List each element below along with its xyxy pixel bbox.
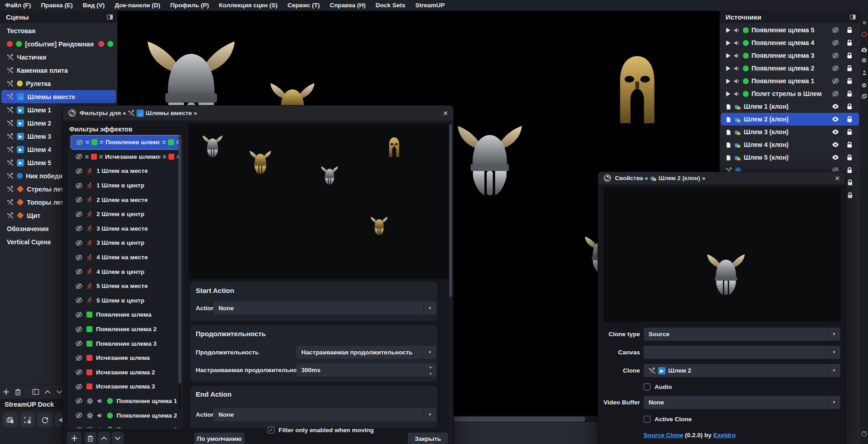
spin-down-button[interactable]: ▼	[425, 370, 436, 377]
scene-item[interactable]: Частички	[1, 50, 116, 64]
eye-off-icon[interactable]	[832, 40, 839, 46]
filter-item[interactable]: 1 Шлем в центр	[71, 178, 181, 193]
filter-item[interactable]: 4 Шлем на месте	[71, 250, 181, 265]
menu-item[interactable]: StreamUP	[410, 0, 450, 11]
properties-dialog-titlebar[interactable]: Свойства « Шлем 2 (клон)» ×	[598, 172, 845, 184]
lock-icon[interactable]	[847, 40, 853, 46]
eye-off-icon[interactable]	[75, 412, 83, 419]
filter-item[interactable]: 2 Шлем в центр	[71, 207, 181, 222]
eye-off-icon[interactable]	[832, 78, 839, 84]
lock-icon[interactable]	[847, 116, 853, 123]
video-buffer-select[interactable]: None ▼	[644, 396, 840, 409]
end-action-select[interactable]: None ▼	[213, 408, 436, 421]
trash-button[interactable]	[12, 388, 24, 395]
source-item[interactable]: Появление щлема 1	[721, 75, 859, 87]
filter-item[interactable]: Появление щлема 3	[71, 423, 181, 429]
add-filter-button[interactable]	[67, 432, 81, 444]
checkbox[interactable]: ✓	[268, 427, 274, 434]
filter-item[interactable]: Исчезание шлема 2	[71, 365, 181, 380]
source-item[interactable]: Шлем 5 (клон)	[721, 151, 859, 164]
move-filter-down-button[interactable]	[112, 432, 124, 444]
refresh-button[interactable]	[37, 413, 52, 427]
popout-icon[interactable]	[107, 15, 113, 20]
lock-icon[interactable]	[847, 154, 853, 161]
checkbox[interactable]	[644, 416, 650, 423]
source-item[interactable]: Появление щлема 5	[721, 24, 859, 36]
source-item[interactable]: Полет стрелы в Шлем	[721, 87, 859, 100]
canvas-select[interactable]: ▼	[644, 346, 840, 359]
filter-item[interactable]: 4 Шлем в центр	[71, 264, 181, 279]
plus-button[interactable]	[0, 388, 12, 395]
lock-icon[interactable]	[847, 52, 853, 59]
plugin-link[interactable]: Source Clone	[644, 432, 683, 439]
menu-item[interactable]: Сервис (T)	[283, 0, 325, 11]
scrollbar-thumb[interactable]	[178, 138, 181, 383]
close-icon[interactable]: ×	[443, 109, 448, 117]
eye-off-icon[interactable]	[75, 355, 83, 361]
eye-off-icon[interactable]	[75, 268, 83, 275]
checkbox[interactable]	[644, 383, 650, 390]
lock-icon[interactable]	[847, 27, 853, 34]
eye-off-icon[interactable]	[832, 65, 839, 71]
clone-select[interactable]: ▶ Шлем 2 ▼	[644, 364, 840, 377]
eye-off-icon[interactable]	[75, 383, 83, 390]
scene-item[interactable]: →Шлемы вместе	[1, 90, 116, 103]
eye-off-icon[interactable]	[75, 427, 83, 429]
moving-filter-checkbox-row[interactable]: ✓ Filter only enabled when moving	[268, 427, 374, 434]
obs-small-button[interactable]	[860, 431, 868, 437]
eye-off-icon[interactable]	[75, 225, 83, 232]
lock-icon[interactable]	[847, 91, 853, 97]
eye-icon[interactable]	[832, 129, 839, 135]
filter-item[interactable]: Появление шлема 3	[71, 336, 181, 351]
filter-item[interactable]: Появление шлема	[71, 308, 181, 322]
clone-dock-button[interactable]	[860, 94, 868, 99]
gear-cam-button[interactable]	[860, 57, 868, 63]
author-link[interactable]: Exeldro	[713, 432, 736, 439]
eye-off-icon[interactable]	[832, 27, 839, 33]
eye-off-icon[interactable]	[75, 168, 83, 174]
eye-icon[interactable]	[832, 154, 839, 161]
scrollbar-thumb[interactable]	[449, 124, 452, 297]
defaults-button[interactable]: По умолчанию	[194, 433, 244, 444]
eye-off-icon[interactable]	[75, 283, 83, 289]
filter-item[interactable]: 5 Шлем в центр	[71, 293, 181, 308]
filters-dialog-scrollbar[interactable]	[449, 124, 452, 443]
scene-item[interactable]: Тестовая	[1, 24, 116, 37]
menu-item[interactable]: Коллекция сцен (S)	[214, 0, 283, 11]
scene-item[interactable]: Каменная плита	[1, 64, 116, 77]
filter-item[interactable]: ==Исчезание шлемов==	[71, 150, 181, 164]
filter-item[interactable]: Исчезание шлема 3	[71, 379, 181, 394]
start-action-select[interactable]: None ▼	[213, 302, 436, 315]
menu-item[interactable]: Правка (E)	[36, 0, 78, 11]
filter-item[interactable]: Появление щлема 2	[71, 408, 181, 423]
source-item[interactable]: Появление щлема 2	[721, 62, 859, 75]
close-icon[interactable]: ×	[835, 174, 840, 182]
source-item[interactable]: Шлем 4 (клон)	[721, 138, 859, 151]
eye-off-icon[interactable]	[832, 91, 839, 97]
lock-icon[interactable]	[847, 129, 853, 136]
remove-filter-button[interactable]	[84, 432, 96, 444]
filter-item[interactable]: 2 Шлем на месте	[71, 192, 181, 207]
filter-item[interactable]: Появление щлема 1	[71, 394, 181, 409]
audio-checkbox-row[interactable]: Audio	[644, 383, 672, 390]
eye-off-icon[interactable]	[75, 340, 83, 347]
eye-off-icon[interactable]	[75, 240, 83, 246]
lock-icon[interactable]	[847, 192, 853, 199]
clone-type-select[interactable]: Source ▼	[644, 328, 840, 341]
gear2-button[interactable]	[860, 82, 868, 88]
eye-off-icon[interactable]	[832, 52, 839, 59]
dim-dot-button[interactable]	[860, 20, 868, 25]
scene-item[interactable]: [событие] Рандомная Рулетка	[1, 37, 116, 50]
eye-off-icon[interactable]	[75, 312, 83, 318]
menu-item[interactable]: Док-панели (D)	[110, 0, 165, 11]
panel-button[interactable]	[30, 389, 41, 395]
filter-item[interactable]: 3 Шлем в центр	[71, 236, 181, 250]
source-item[interactable]: Шлем 2 (клон)	[721, 113, 859, 126]
filter-item[interactable]: ==Появление шлемов==	[71, 135, 181, 150]
menu-item[interactable]: Профиль (P)	[165, 0, 214, 11]
eye-off-icon[interactable]	[75, 369, 83, 375]
eye-off-icon[interactable]	[75, 197, 83, 203]
filter-item[interactable]: 1 Шлем на месте	[71, 164, 181, 178]
source-item[interactable]: Появление щлема 4	[721, 36, 859, 49]
popout-icon[interactable]	[850, 15, 856, 20]
